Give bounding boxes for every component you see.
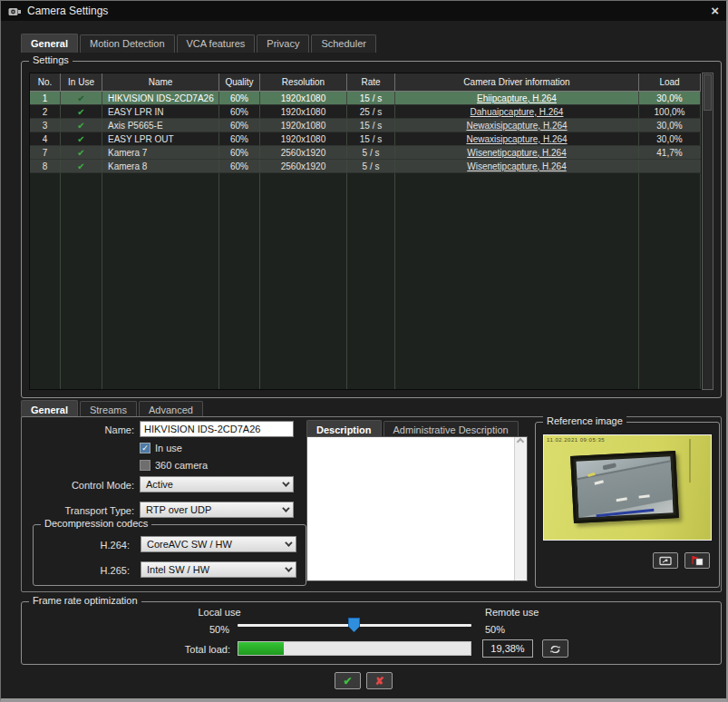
driver-link[interactable]: Newaxisipcapture, H.264: [395, 132, 639, 145]
cancel-x-icon: ✘: [374, 675, 383, 687]
total-load-label: Total load:: [140, 644, 230, 655]
window-title: Camera Settings: [27, 5, 108, 17]
general-detail-panel: Name: ✓ In use 360 camera Control Mode: …: [21, 416, 722, 592]
h264-dropdown[interactable]: CoreAVC SW / HW: [141, 536, 296, 552]
monitor-screen: [577, 456, 674, 517]
column-header-rate[interactable]: Rate: [347, 73, 395, 91]
cell-load: 100,0%: [639, 105, 701, 118]
driver-link[interactable]: Newaxisipcapture, H.264: [395, 119, 639, 132]
dialog-footer: ✔ ✘: [1, 672, 726, 689]
driver-link[interactable]: Wisenetipcapture, H.264: [395, 146, 639, 159]
cell-in-use: ✔: [61, 92, 102, 104]
table-scrollbar-thumb[interactable]: [704, 74, 712, 111]
cell-quality: 60%: [219, 132, 260, 145]
titlebar: Camera Settings ×: [1, 1, 726, 21]
description-scrollbar[interactable]: [514, 437, 527, 580]
transport-type-dropdown[interactable]: RTP over UDP: [140, 502, 294, 518]
table-row-camera-7[interactable]: 7✔Kamera 760%2560x19205 / sWisenetipcapt…: [30, 146, 701, 160]
description-text: [309, 439, 512, 579]
cell-no: 8: [30, 160, 61, 172]
table-row-camera-4[interactable]: 4✔EASY LPR OUT60%1920x108015 / sNewaxisi…: [30, 132, 701, 146]
cell-name: EASY LPR IN: [102, 105, 219, 118]
cell-quality: 60%: [219, 92, 260, 104]
snapshot-button[interactable]: [653, 552, 678, 569]
name-label: Name:: [25, 424, 134, 435]
main-tab-privacy[interactable]: Privacy: [257, 34, 309, 53]
main-tab-vca-features[interactable]: VCA features: [177, 34, 256, 53]
in-use-checkbox[interactable]: ✓: [140, 443, 150, 453]
cell-load: 30,0%: [639, 92, 701, 104]
column-header-camera-driver-information[interactable]: Camera Driver information: [395, 73, 639, 91]
driver-link[interactable]: Wisenetipcapture, H.264: [395, 160, 639, 172]
local-use-slider[interactable]: [238, 624, 471, 627]
frame-rate-group: Frame rate optimization Local use 50% Re…: [21, 601, 722, 665]
settings-group-label: Settings: [29, 54, 73, 65]
empty-column-filler: [30, 173, 61, 389]
column-header-quality[interactable]: Quality: [219, 73, 260, 91]
camera360-checkbox[interactable]: [140, 460, 150, 471]
column-header-no[interactable]: No.: [30, 73, 61, 91]
description-textarea[interactable]: [306, 436, 528, 581]
cell-quality: 60%: [219, 160, 260, 172]
column-header-load[interactable]: Load: [639, 73, 701, 91]
refresh-button[interactable]: [542, 639, 568, 658]
empty-column-filler: [260, 173, 347, 389]
cell-resolution: 1920x1080: [260, 132, 347, 145]
column-header-name[interactable]: Name: [102, 73, 219, 91]
camera360-label: 360 camera: [155, 460, 208, 471]
driver-link[interactable]: Dahuaipcapture, H.264: [395, 105, 639, 118]
cell-resolution: 2560x1920: [260, 160, 347, 172]
cell-rate: 5 / s: [347, 160, 395, 172]
chevron-down-icon: [282, 504, 289, 512]
table-row-camera-8[interactable]: 8✔Kamera 860%2560x19205 / sWisenetipcapt…: [30, 160, 701, 173]
reference-flag-button[interactable]: [684, 552, 710, 569]
empty-column-filler: [61, 173, 102, 389]
cell-rate: 25 / s: [347, 105, 395, 118]
cell-resolution: 1920x1080: [260, 92, 347, 104]
cell-load: 30,0%: [639, 119, 701, 132]
main-tab-motion-detection[interactable]: Motion Detection: [80, 34, 175, 53]
local-use-slider-thumb[interactable]: [348, 618, 360, 632]
table-row-camera-3[interactable]: 3✔Axis P5665-E60%1920x108015 / sNewaxisi…: [30, 119, 701, 132]
h264-value: CoreAVC SW / HW: [147, 539, 232, 550]
control-mode-value: Active: [146, 479, 173, 490]
remote-use-block: Remote use 50%: [485, 607, 567, 635]
table-row-camera-2[interactable]: 2✔EASY LPR IN60%1920x108025 / sDahuaipca…: [30, 105, 701, 119]
column-header-resolution[interactable]: Resolution: [260, 73, 347, 91]
chevron-down-icon: [282, 479, 289, 486]
decompression-codecs-group: Decompression codecs H.264: CoreAVC SW /…: [33, 524, 306, 586]
reference-image-label: Reference image: [543, 415, 626, 426]
ok-button[interactable]: ✔: [335, 672, 361, 689]
empty-column-filler: [347, 173, 395, 389]
main-tab-general[interactable]: General: [21, 34, 78, 53]
control-mode-dropdown[interactable]: Active: [140, 476, 294, 492]
table-row-camera-1[interactable]: 1✔HIKVISION IDS-2CD7A2660%1920x108015 / …: [30, 92, 701, 105]
camera-settings-window: Camera Settings × GeneralMotion Detectio…: [0, 0, 728, 702]
close-icon[interactable]: ×: [711, 5, 719, 17]
total-load-bar: [238, 641, 471, 656]
car: [603, 463, 616, 470]
cell-quality: 60%: [219, 146, 260, 159]
driver-link[interactable]: Ehiipcapture, H.264: [395, 92, 639, 104]
h265-dropdown[interactable]: Intel SW / HW: [141, 561, 296, 578]
frame-rate-group-label: Frame rate optimization: [29, 595, 141, 606]
reference-image: 11.02.2021 09:05:35: [543, 434, 712, 541]
table-header-row: No.In UseNameQualityResolutionRateCamera…: [30, 73, 701, 92]
transport-type-label: Transport Type:: [25, 505, 134, 516]
h265-label: H.265:: [39, 565, 130, 576]
cell-name: EASY LPR OUT: [102, 132, 219, 145]
main-tab-strip: GeneralMotion DetectionVCA featuresPriva…: [21, 34, 376, 53]
h265-value: Intel SW / HW: [147, 564, 209, 575]
scroll-up-icon[interactable]: [517, 438, 524, 445]
cell-quality: 60%: [219, 105, 260, 118]
in-use-checkbox-row[interactable]: ✓ In use: [140, 442, 182, 454]
name-input[interactable]: [140, 421, 294, 437]
cell-no: 7: [30, 146, 61, 159]
cell-name: Kamera 7: [102, 146, 219, 159]
cancel-button[interactable]: ✘: [366, 672, 393, 689]
camera360-checkbox-row[interactable]: 360 camera: [140, 459, 208, 472]
column-header-in-use[interactable]: In Use: [61, 73, 102, 91]
main-tab-scheduler[interactable]: Scheduler: [311, 34, 376, 53]
cell-resolution: 1920x1080: [260, 105, 347, 118]
table-scrollbar[interactable]: [702, 73, 713, 390]
